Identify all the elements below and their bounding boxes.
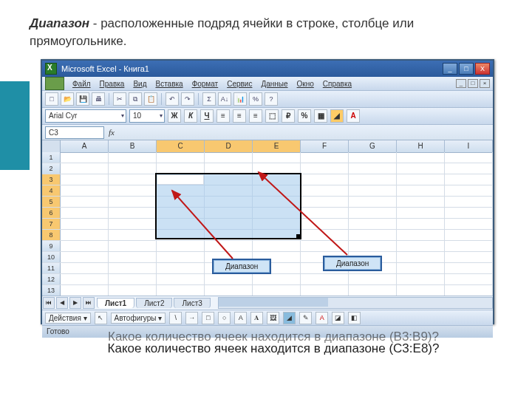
tab-nav-next[interactable]: ▶: [69, 297, 81, 309]
select-all-corner[interactable]: [42, 140, 61, 153]
print-icon[interactable]: 🖶: [92, 92, 105, 106]
tab-nav-first[interactable]: ⏮: [43, 297, 55, 309]
borders-icon[interactable]: ▦: [314, 109, 327, 123]
bold-button[interactable]: Ж: [168, 109, 181, 123]
row-2[interactable]: 2: [42, 163, 61, 174]
maximize-button[interactable]: □: [459, 63, 474, 75]
menu-tools[interactable]: Сервис: [223, 79, 256, 89]
row-6[interactable]: 6: [42, 208, 61, 218]
menu-file[interactable]: Файл: [69, 79, 95, 89]
align-left-icon[interactable]: ≡: [216, 109, 230, 123]
format-toolbar: Arial Cyr 10 Ж К Ч ≡ ≡ ≡ ⬚ ₽ % ▦ ◢ A: [42, 107, 493, 124]
3d-icon[interactable]: ◧: [348, 312, 361, 324]
percent-icon[interactable]: %: [298, 109, 311, 123]
callout-right: Диапазон: [323, 256, 382, 271]
menu-window[interactable]: Окно: [293, 79, 318, 89]
tab-nav-last[interactable]: ⏭: [83, 297, 95, 309]
menu-edit[interactable]: Правка: [96, 79, 129, 89]
menu-help[interactable]: Справка: [319, 79, 355, 89]
fill-handle[interactable]: [296, 234, 301, 239]
minimize-button[interactable]: _: [443, 63, 457, 75]
new-icon[interactable]: □: [45, 92, 58, 106]
tab-sheet2[interactable]: Лист2: [136, 298, 172, 308]
question-overlay-2: Какое количество ячеек находится в диапа…: [52, 341, 495, 356]
col-I[interactable]: I: [445, 140, 493, 153]
drawing-toolbar: Действия ▾ ↖ Автофигуры ▾ \ → □ ○ A 𝐀 🖼 …: [42, 310, 493, 325]
rect-icon[interactable]: □: [202, 312, 214, 324]
copy-icon[interactable]: ⧉: [129, 92, 142, 106]
help-icon[interactable]: ?: [265, 92, 278, 106]
autoshapes-button[interactable]: Автофигуры ▾: [111, 313, 166, 324]
close-button[interactable]: X: [475, 63, 490, 75]
col-B[interactable]: B: [109, 140, 157, 153]
line-icon[interactable]: \: [169, 312, 182, 324]
tab-sheet3[interactable]: Лист3: [174, 298, 210, 308]
fillcolor-icon[interactable]: ◢: [283, 312, 296, 324]
fill-icon[interactable]: ◢: [330, 109, 344, 123]
chart-icon[interactable]: 📊: [233, 92, 247, 106]
callout-left: Диапазон: [212, 259, 271, 274]
oval-icon[interactable]: ○: [218, 312, 231, 324]
merge-icon[interactable]: ⬚: [265, 109, 279, 123]
tab-sheet1[interactable]: Лист1: [97, 298, 134, 308]
excel-window: Microsoft Excel - Книга1 _ □ X Файл Прав…: [41, 59, 494, 324]
wordart-icon[interactable]: 𝐀: [250, 312, 263, 324]
window-buttons: _ □ X: [443, 63, 490, 75]
col-C[interactable]: C: [157, 140, 205, 153]
sum-icon[interactable]: Σ: [202, 92, 216, 106]
col-A[interactable]: A: [61, 140, 109, 153]
row-5[interactable]: 5: [42, 197, 61, 207]
size-combo[interactable]: 10: [129, 109, 165, 123]
font-combo[interactable]: Arial Cyr: [45, 109, 126, 123]
undo-icon[interactable]: ↶: [166, 92, 179, 106]
doc-close-button[interactable]: ×: [480, 79, 490, 88]
save-icon[interactable]: 💾: [76, 92, 89, 106]
textbox-icon[interactable]: A: [234, 312, 247, 324]
clipart-icon[interactable]: 🖼: [267, 312, 279, 324]
redo-icon[interactable]: ↷: [181, 92, 194, 106]
col-H[interactable]: H: [397, 140, 445, 153]
doc-restore-button[interactable]: □: [468, 79, 478, 88]
col-E[interactable]: E: [253, 140, 301, 153]
zoom-icon[interactable]: %: [249, 92, 262, 106]
row-9[interactable]: 9: [42, 241, 61, 251]
row-11[interactable]: 11: [42, 263, 61, 273]
menu-view[interactable]: Вид: [129, 79, 150, 89]
italic-button[interactable]: К: [184, 109, 197, 123]
row-13[interactable]: 13: [42, 285, 61, 296]
open-icon[interactable]: 📂: [61, 92, 74, 106]
row-7[interactable]: 7: [42, 219, 61, 229]
currency-icon[interactable]: ₽: [282, 109, 295, 123]
name-box[interactable]: C3: [45, 126, 104, 139]
menu-insert[interactable]: Вставка: [151, 79, 186, 89]
menu-format[interactable]: Формат: [188, 79, 222, 89]
paste-icon[interactable]: 📋: [144, 92, 157, 106]
fx-icon[interactable]: fx: [109, 128, 115, 137]
linecolor-icon[interactable]: ✎: [299, 312, 312, 324]
col-F[interactable]: F: [301, 140, 349, 153]
doc-min-button[interactable]: _: [456, 79, 466, 88]
row-8[interactable]: 8: [42, 230, 61, 240]
row-10[interactable]: 10: [42, 252, 61, 262]
pointer-icon[interactable]: ↖: [95, 312, 107, 324]
tab-nav-prev[interactable]: ◀: [56, 297, 68, 309]
underline-button[interactable]: Ч: [200, 109, 214, 123]
cut-icon[interactable]: ✂: [113, 92, 126, 106]
col-G[interactable]: G: [349, 140, 397, 153]
menu-data[interactable]: Данные: [257, 79, 291, 89]
arrow-icon[interactable]: →: [185, 312, 198, 324]
standard-toolbar: □ 📂 💾 🖶 ✂ ⧉ 📋 ↶ ↷ Σ A↓ 📊 % ?: [42, 90, 493, 107]
row-4[interactable]: 4: [42, 185, 61, 196]
align-center-icon[interactable]: ≡: [233, 109, 246, 123]
row-1[interactable]: 1: [42, 152, 61, 163]
col-D[interactable]: D: [205, 140, 253, 153]
hscrollbar[interactable]: [218, 297, 493, 309]
fontcolor2-icon[interactable]: A: [316, 312, 328, 324]
actions-button[interactable]: Действия ▾: [45, 313, 91, 324]
align-right-icon[interactable]: ≡: [249, 109, 262, 123]
fontcolor-icon[interactable]: A: [347, 109, 360, 123]
shadow-icon[interactable]: ◪: [332, 312, 344, 324]
sort-icon[interactable]: A↓: [218, 92, 231, 106]
row-3[interactable]: 3: [42, 174, 61, 185]
row-12[interactable]: 12: [42, 274, 61, 284]
